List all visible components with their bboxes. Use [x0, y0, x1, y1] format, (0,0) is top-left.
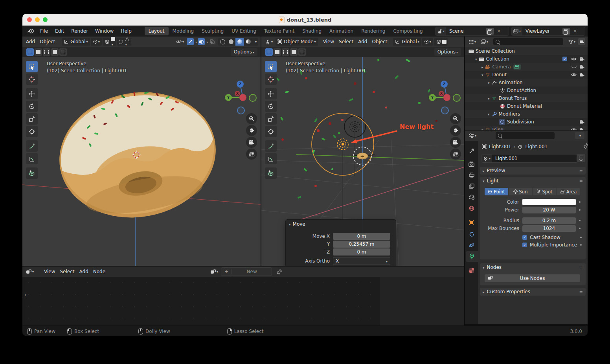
axis-ortho-select[interactable]: X	[333, 257, 390, 265]
hide-eye-icon[interactable]	[571, 57, 577, 61]
tool-scale[interactable]	[265, 113, 277, 125]
gizmo-dropdown[interactable]	[195, 39, 197, 44]
gizmo-y-axis[interactable]: Y	[225, 94, 232, 101]
tab-texture-paint[interactable]: Texture Paint	[260, 27, 298, 35]
fake-user-shield-button[interactable]	[577, 154, 585, 162]
properties-search-input[interactable]	[496, 132, 555, 139]
tool-move[interactable]	[26, 88, 38, 99]
animate-dot-icon[interactable]	[580, 244, 582, 246]
pivot-point-dropdown[interactable]	[422, 38, 433, 46]
light-icon[interactable]	[481, 154, 492, 162]
id-name-value[interactable]: Light.001	[492, 156, 521, 161]
move-y-input[interactable]: 0.25457 m	[333, 241, 390, 248]
select-mode-subtract-button[interactable]	[43, 48, 50, 56]
tab-sculpting[interactable]: Sculpting	[198, 27, 228, 35]
breadcrumb-object-name[interactable]: Light.001	[489, 144, 511, 149]
snap-target-dropdown[interactable]	[111, 37, 115, 47]
gizmo-z-neg-axis[interactable]	[237, 107, 245, 114]
tool-scale[interactable]	[26, 113, 38, 125]
tab-object[interactable]	[465, 217, 478, 228]
shader-editor-canvas[interactable]: › Active Tool Select Box	[22, 277, 464, 325]
camera-view-button[interactable]	[246, 137, 257, 148]
render-visibility-icon[interactable]	[579, 57, 584, 61]
exclude-checkbox[interactable]	[562, 57, 567, 61]
animate-dot-icon[interactable]	[580, 237, 582, 238]
gizmo-y-neg-axis[interactable]	[249, 94, 257, 102]
max-bounces-input[interactable]: 1024	[522, 225, 576, 232]
gizmo-y-axis[interactable]: Y	[429, 94, 436, 101]
outliner-row-modifiers[interactable]: Modifiers	[465, 110, 588, 118]
new-scene-button[interactable]	[486, 28, 494, 35]
select-mode-invert-button[interactable]	[290, 48, 298, 56]
tab-output[interactable]	[465, 170, 478, 180]
view-layer-name[interactable]: ViewLayer	[522, 28, 562, 34]
select-mode-set-button[interactable]	[26, 48, 34, 56]
tab-uv-editing[interactable]: UV Editing	[228, 27, 260, 35]
disclosure-open-icon[interactable]	[488, 96, 490, 101]
power-input[interactable]: 20 W	[522, 207, 576, 213]
new-material-button[interactable]: + New	[221, 267, 272, 276]
properties-options-dropdown[interactable]	[575, 132, 584, 139]
tool-transform[interactable]	[265, 126, 277, 137]
light-type-area[interactable]: Area	[557, 188, 580, 195]
tool-measure[interactable]	[26, 153, 38, 164]
camera-data-icon[interactable]	[513, 64, 521, 70]
render-visibility-icon[interactable]	[579, 73, 584, 77]
shading-dropdown[interactable]	[253, 38, 258, 46]
camera-view-button[interactable]	[450, 137, 461, 148]
unlink-scene-icon[interactable]: ×	[495, 28, 503, 34]
tab-texture[interactable]	[465, 265, 478, 276]
tool-add-primitive[interactable]	[26, 167, 38, 179]
view-menu[interactable]: View	[321, 38, 336, 46]
use-nodes-button[interactable]: Use Nodes	[485, 274, 580, 282]
overlays-dropdown[interactable]	[206, 39, 208, 44]
light-type-spot[interactable]: Spot	[533, 188, 556, 195]
transform-orientation-dropdown[interactable]: Global	[62, 38, 90, 46]
select-mode-intersect-button[interactable]	[59, 48, 67, 56]
zoom-view-button[interactable]	[246, 113, 257, 124]
pivot-point-dropdown[interactable]	[91, 38, 102, 46]
show-object-types-dropdown[interactable]	[174, 38, 186, 46]
add-menu[interactable]: Add	[356, 38, 369, 46]
snap-magnet-icon[interactable]	[105, 39, 110, 44]
add-menu[interactable]: Add	[77, 268, 90, 276]
editor-type-dropdown[interactable]	[263, 38, 275, 46]
snap-magnet-icon[interactable]	[436, 39, 441, 44]
disclosure-closed-icon[interactable]	[481, 64, 483, 70]
multiple-importance-checkbox[interactable]	[522, 243, 527, 247]
color-swatch[interactable]	[522, 199, 576, 205]
new-collection-button[interactable]	[578, 38, 585, 45]
tab-animation[interactable]: Animation	[325, 27, 357, 35]
pan-view-button[interactable]	[450, 125, 461, 136]
tool-rotate[interactable]	[26, 101, 38, 112]
minimize-window-button[interactable]	[35, 17, 40, 22]
panel-options-icon[interactable]: =	[579, 265, 583, 270]
show-gizmo-toggle[interactable]	[187, 38, 194, 45]
gizmo-z-axis[interactable]: Z	[441, 81, 448, 88]
radius-input[interactable]: 0.2 m	[522, 217, 576, 224]
show-overlays-toggle[interactable]	[198, 38, 205, 45]
tool-measure[interactable]	[265, 153, 277, 164]
select-mode-extend-button[interactable]	[35, 48, 42, 56]
view-layer-icon[interactable]	[512, 27, 522, 35]
add-menu[interactable]: Add	[24, 38, 37, 46]
gizmo-z-neg-axis[interactable]	[441, 107, 449, 114]
menu-file[interactable]: File	[37, 28, 51, 34]
select-mode-extend-button[interactable]	[274, 48, 281, 56]
tab-rendering[interactable]: Rendering	[357, 27, 389, 35]
tool-add-primitive[interactable]	[265, 167, 277, 179]
animate-dot-icon[interactable]	[579, 201, 581, 203]
tool-cursor[interactable]	[26, 74, 38, 85]
select-mode-invert-button[interactable]	[51, 48, 59, 56]
disclosure-open-icon[interactable]	[488, 111, 490, 117]
select-menu[interactable]: Select	[337, 38, 355, 46]
browse-material-dropdown[interactable]	[208, 268, 220, 276]
id-name-field[interactable]: Light.001	[481, 154, 578, 163]
tool-cursor[interactable]	[265, 74, 277, 85]
light-type-sun[interactable]: Sun	[509, 188, 532, 195]
animate-dot-icon[interactable]	[579, 220, 581, 221]
outliner-row-camera[interactable]: Camera	[465, 63, 588, 71]
select-menu[interactable]: Select	[58, 268, 77, 276]
outliner-filter-dropdown[interactable]	[566, 38, 577, 46]
tool-move[interactable]	[265, 88, 277, 99]
